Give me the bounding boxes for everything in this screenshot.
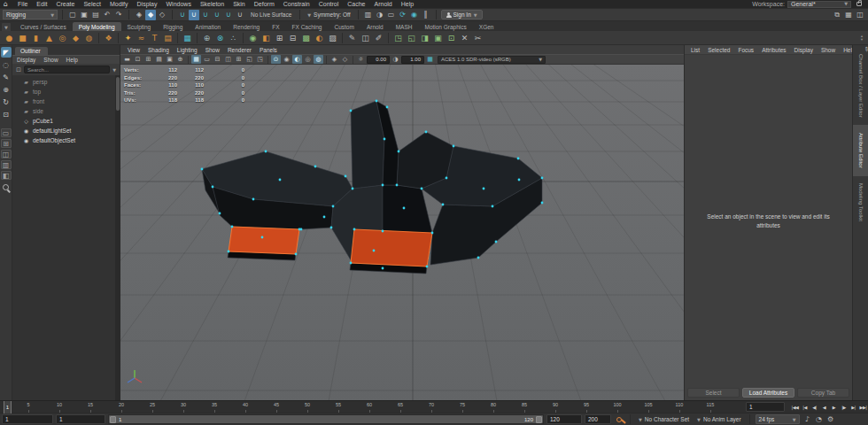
- construction-plane-icon[interactable]: ▦: [182, 32, 193, 43]
- menu-deform[interactable]: Deform: [250, 1, 279, 7]
- step-back-key-button[interactable]: |◀: [800, 402, 810, 413]
- sign-in-button[interactable]: Sign In ▼: [441, 10, 483, 19]
- shelf-tab-rigging[interactable]: Rigging: [157, 22, 189, 31]
- bevel-icon[interactable]: ◱: [406, 32, 417, 43]
- anim-layer-selector[interactable]: ▼ No Anim Layer: [694, 416, 744, 422]
- viewport-menu-lighting[interactable]: Lighting: [174, 47, 201, 53]
- scale-tool-icon[interactable]: ⊡: [1, 109, 12, 120]
- select-tool-icon[interactable]: ◤: [1, 47, 12, 58]
- no-live-surface-button[interactable]: No Live Surface: [247, 12, 295, 18]
- poly-cone-icon[interactable]: ▲: [43, 32, 55, 43]
- shelf-tab-custom[interactable]: Custom: [328, 22, 360, 31]
- menu-arnold[interactable]: Arnold: [370, 1, 397, 7]
- offset-edge-loop-icon[interactable]: ✐: [373, 32, 384, 43]
- right-tab-modeling-toolkit[interactable]: Modeling Toolkit: [853, 176, 868, 228]
- select-object-icon[interactable]: ◆: [145, 10, 156, 20]
- outliner-scrollbar[interactable]: [115, 75, 120, 400]
- render-view-icon[interactable]: ▭: [386, 10, 397, 20]
- grid-toggle-icon[interactable]: ▦: [191, 55, 201, 64]
- menu-help[interactable]: Help: [397, 1, 418, 7]
- shelf-tab-animation[interactable]: Animation: [189, 22, 227, 31]
- type-tool-icon[interactable]: T: [149, 32, 160, 43]
- menu-control[interactable]: Control: [314, 1, 344, 7]
- lock-camera-icon[interactable]: ⊡: [133, 55, 143, 64]
- combine-icon[interactable]: ⊞: [274, 32, 285, 43]
- shelf-tab-fx-caching[interactable]: FX Caching: [286, 22, 329, 31]
- safe-action-icon[interactable]: ◱: [244, 55, 254, 64]
- colorspace-selector[interactable]: ACES 1.0 SDR-video (sRGB) ▼: [438, 56, 546, 64]
- menu-skeleton[interactable]: Skeleton: [196, 1, 229, 7]
- shelf-tab-curves-surfaces[interactable]: Curves / Surfaces: [14, 22, 73, 31]
- outliner-search-input[interactable]: [24, 66, 110, 73]
- extrude-icon[interactable]: ◳: [392, 32, 404, 43]
- layout-two-pane-icon[interactable]: ◫: [1, 150, 12, 158]
- move-tool-icon[interactable]: ⊕: [1, 84, 12, 95]
- right-tab-attribute-editor[interactable]: Attribute Editor: [853, 125, 868, 176]
- menu-select[interactable]: Select: [79, 1, 105, 7]
- auto-keyframe-icon[interactable]: ⚙: [825, 414, 836, 425]
- shelf-tab-motion-graphics[interactable]: Motion Graphics: [418, 22, 472, 31]
- menu-display[interactable]: Display: [133, 1, 162, 7]
- resolution-gate-icon[interactable]: ⊟: [213, 55, 222, 64]
- outliner-item-side[interactable]: ▰side: [12, 106, 120, 116]
- lasso-tool-icon[interactable]: ◌: [1, 59, 12, 70]
- outliner-item-defaultLightSet[interactable]: ◉defaultLightSet: [12, 126, 120, 135]
- boolean-union-icon[interactable]: ◉: [247, 32, 259, 43]
- shelf-menu-icon[interactable]: ▼: [2, 23, 11, 31]
- snap-projected-center-icon[interactable]: ∪: [212, 10, 222, 20]
- xray-toggle-icon[interactable]: ◫: [855, 10, 865, 20]
- gamma-field[interactable]: 1.00: [401, 56, 424, 64]
- hypershade-icon[interactable]: ◑: [375, 10, 385, 20]
- step-forward-key-button[interactable]: ▶|: [849, 402, 858, 413]
- highlight-selection-icon[interactable]: ⧉: [832, 10, 842, 20]
- shelf-tab-arnold[interactable]: Arnold: [360, 22, 390, 31]
- menu-create[interactable]: Create: [51, 1, 79, 7]
- gamma-icon[interactable]: ◑: [391, 55, 400, 64]
- poly-disc-icon[interactable]: ◍: [83, 32, 95, 43]
- snap-grid-icon[interactable]: ∪: [177, 10, 188, 20]
- current-frame-marker[interactable]: 1: [4, 401, 12, 413]
- mute-audio-icon[interactable]: ♪: [802, 414, 813, 425]
- undo-icon[interactable]: ↶: [102, 10, 112, 20]
- symmetry-selector[interactable]: ▼ Symmetry: Off: [305, 12, 353, 18]
- menu-file[interactable]: File: [13, 1, 32, 7]
- exposure-icon[interactable]: ☼: [356, 55, 366, 64]
- render-settings-icon[interactable]: ▥: [363, 10, 374, 20]
- snap-view-plane-icon[interactable]: ∪: [223, 10, 234, 20]
- bookmarks-icon[interactable]: ▤: [154, 55, 164, 64]
- animation-end-field[interactable]: 200: [585, 414, 611, 424]
- right-tab-channel-box-layer-editor[interactable]: Channel Box / Layer Editor: [853, 47, 868, 125]
- playback-speed-icon[interactable]: ◔: [814, 414, 825, 425]
- save-scene-icon[interactable]: ▤: [90, 10, 101, 20]
- fps-selector[interactable]: 24 fps ▼: [756, 414, 800, 424]
- shelf-tab-sculpting[interactable]: Sculpting: [121, 22, 158, 31]
- range-slider[interactable]: 1 120: [108, 414, 544, 424]
- cut-tool-icon[interactable]: ✂: [472, 32, 484, 43]
- copy-tab-button[interactable]: Copy Tab: [797, 388, 849, 398]
- redo-icon[interactable]: ↷: [113, 10, 124, 20]
- character-set-selector[interactable]: ▼ No Character Set: [636, 416, 692, 422]
- range-slider-bar-fill[interactable]: [109, 415, 543, 423]
- image-plane-icon[interactable]: ▣: [165, 55, 174, 64]
- viewport-menu-view[interactable]: View: [124, 47, 143, 53]
- outliner-item-pCube1[interactable]: ◇pCube1: [12, 116, 120, 126]
- outliner-item-persp[interactable]: ▰persp: [12, 77, 120, 87]
- anti-aliasing-icon[interactable]: ◍: [314, 55, 323, 64]
- layout-three-pane-icon[interactable]: ▥: [1, 160, 12, 169]
- playback-start-field[interactable]: 1: [56, 414, 105, 424]
- frame-all-icon[interactable]: ⊙: [271, 55, 281, 64]
- menuset-selector[interactable]: Rigging ▼: [3, 10, 58, 19]
- launch-render-icon[interactable]: ◉: [409, 10, 420, 20]
- go-to-end-button[interactable]: ▶▶|: [858, 402, 868, 413]
- poly-plane-icon[interactable]: ◆: [70, 32, 81, 43]
- outliner-item-top[interactable]: ▰top: [12, 87, 120, 97]
- animation-start-field[interactable]: 1: [2, 414, 53, 424]
- menu-modify[interactable]: Modify: [105, 1, 133, 7]
- layout-outliner-persp-icon[interactable]: ◧: [1, 171, 12, 180]
- range-start-handle[interactable]: [110, 416, 116, 423]
- home-icon[interactable]: ⌂: [4, 0, 8, 8]
- pause-viewport-icon[interactable]: ‖: [421, 10, 431, 20]
- select-component-icon[interactable]: ◇: [157, 10, 167, 20]
- ipr-render-icon[interactable]: ⟳: [398, 10, 408, 20]
- rotate-tool-icon[interactable]: ↻: [1, 97, 12, 107]
